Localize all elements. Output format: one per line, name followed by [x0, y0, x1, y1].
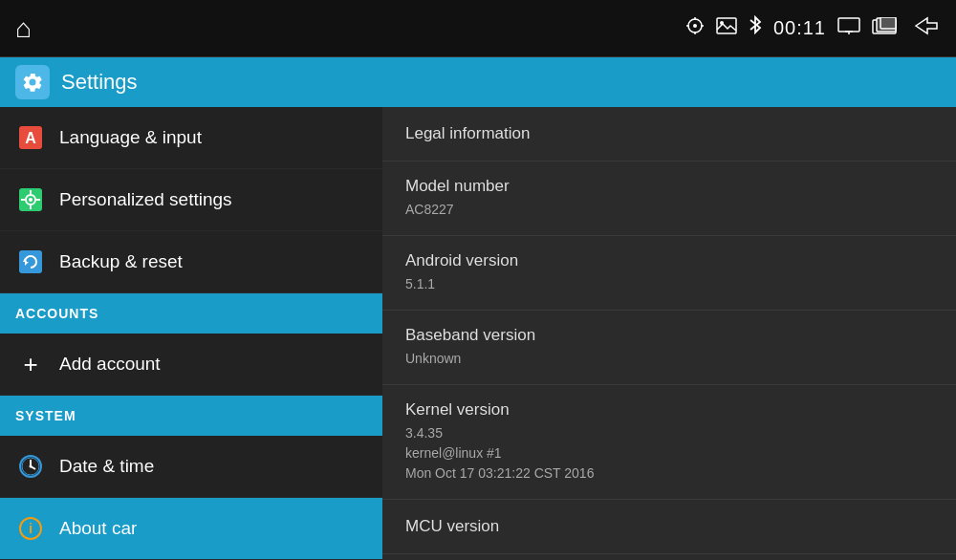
- sidebar-item-datetime[interactable]: Date & time: [0, 436, 382, 498]
- svg-text:A: A: [25, 130, 36, 146]
- model-number-value: AC8227: [405, 200, 933, 220]
- status-time: 00:11: [773, 17, 826, 39]
- sidebar-item-about-label: About car: [59, 518, 137, 539]
- sidebar-item-backup-label: Backup & reset: [59, 251, 183, 272]
- mcu-version-item: MCU version: [382, 500, 956, 554]
- sidebar-item-add-account-label: Add account: [59, 354, 161, 375]
- kernel-version-item: Kernel version 3.4.35 kernel@linux #1 Mo…: [382, 385, 956, 500]
- svg-rect-23: [19, 250, 42, 273]
- title-bar: Settings: [0, 57, 956, 107]
- about-icon: i: [15, 513, 46, 544]
- baseband-version-title: Baseband version: [405, 326, 933, 345]
- svg-rect-13: [880, 17, 896, 29]
- mcu-version-title: MCU version: [405, 517, 933, 536]
- baseband-version-item: Baseband version Unknown: [382, 311, 956, 385]
- system-section-header: SYSTEM: [0, 396, 382, 436]
- gps-icon: [685, 16, 705, 40]
- status-bar: ⌂ 00:11: [0, 0, 956, 57]
- sidebar-item-personalized-label: Personalized settings: [59, 189, 232, 210]
- kernel-version-value: 3.4.35 kernel@linux #1 Mon Oct 17 03:21:…: [405, 423, 933, 484]
- sidebar-item-personalized[interactable]: Personalized settings: [0, 169, 382, 231]
- back-icon[interactable]: [912, 15, 941, 41]
- settings-gear-icon: [15, 65, 50, 99]
- status-bar-left: ⌂: [15, 13, 685, 44]
- image-icon: [716, 17, 737, 39]
- model-number-item: Model number AC8227: [382, 162, 956, 236]
- sidebar-item-datetime-label: Date & time: [59, 456, 154, 477]
- bluetooth-icon: [749, 15, 762, 41]
- status-bar-right: 00:11: [685, 15, 941, 41]
- svg-point-29: [30, 464, 33, 467]
- content-panel: Legal information Model number AC8227 An…: [382, 107, 956, 560]
- main-layout: A Language & input Personalized settings: [0, 107, 956, 560]
- android-version-title: Android version: [405, 251, 933, 270]
- model-number-title: Model number: [405, 177, 933, 196]
- svg-text:i: i: [29, 520, 33, 536]
- accounts-section-label: ACCOUNTS: [15, 306, 98, 321]
- page-title: Settings: [61, 70, 138, 95]
- svg-rect-8: [838, 18, 859, 32]
- sidebar-item-language-label: Language & input: [59, 127, 202, 148]
- screen1-icon: [837, 17, 860, 39]
- svg-point-1: [693, 24, 697, 28]
- system-section-label: SYSTEM: [15, 408, 76, 423]
- sidebar-item-language[interactable]: A Language & input: [0, 107, 382, 169]
- sidebar: A Language & input Personalized settings: [0, 107, 382, 560]
- add-account-icon: +: [15, 349, 46, 379]
- android-version-item: Android version 5.1.1: [382, 236, 956, 311]
- baseband-version-value: Unknown: [405, 349, 933, 369]
- sidebar-item-backup[interactable]: Backup & reset: [0, 231, 382, 293]
- backup-icon: [15, 247, 46, 277]
- personalized-icon: [15, 184, 46, 215]
- sidebar-item-about[interactable]: i About car: [0, 498, 382, 560]
- home-icon[interactable]: ⌂: [15, 13, 32, 43]
- legal-info-title: Legal information: [405, 124, 933, 143]
- datetime-icon: [15, 451, 46, 482]
- language-icon: A: [15, 122, 46, 153]
- android-version-value: 5.1.1: [405, 274, 933, 294]
- accounts-section-header: ACCOUNTS: [0, 293, 382, 334]
- svg-point-18: [29, 198, 33, 202]
- sidebar-item-add-account[interactable]: + Add account: [0, 334, 382, 396]
- screen2-icon: [872, 17, 901, 39]
- legal-info-item[interactable]: Legal information: [382, 107, 956, 162]
- kernel-version-title: Kernel version: [405, 400, 933, 420]
